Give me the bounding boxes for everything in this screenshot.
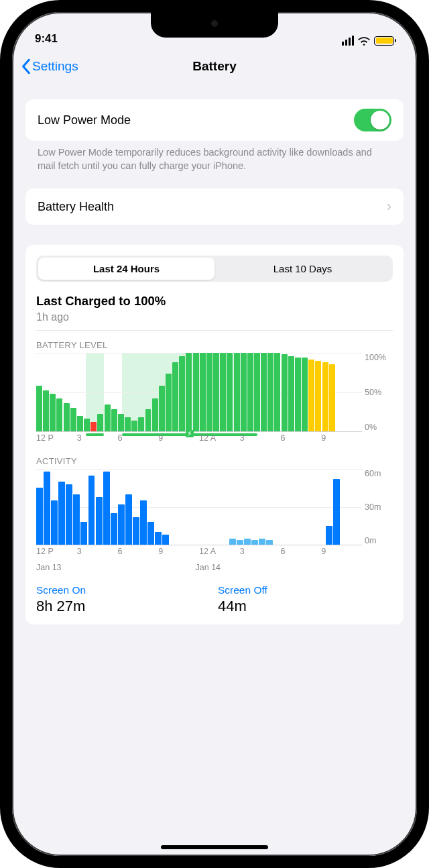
battery-bar xyxy=(131,421,137,431)
battery-health-row[interactable]: Battery Health › xyxy=(25,188,404,225)
y-tick: 100% xyxy=(365,353,386,362)
tab-last-10-days[interactable]: Last 10 Days xyxy=(214,258,391,280)
y-tick: 0m xyxy=(365,536,376,545)
battery-bar xyxy=(166,374,172,432)
time-range-segmented[interactable]: Last 24 Hours Last 10 Days xyxy=(36,256,393,282)
battery-bar xyxy=(97,414,103,431)
battery-bar xyxy=(56,398,62,431)
usage-card: Last 24 Hours Last 10 Days Last Charged … xyxy=(25,245,404,625)
battery-bar xyxy=(145,409,151,431)
battery-bar xyxy=(90,422,97,431)
activity-bar xyxy=(44,472,50,545)
low-power-mode-toggle[interactable] xyxy=(354,109,391,131)
screen-on-label: Screen On xyxy=(36,584,211,596)
battery-bar xyxy=(220,353,226,431)
x-axis: 12 P36912 A369 xyxy=(36,547,362,557)
activity-bar xyxy=(237,540,243,545)
activity-bar xyxy=(88,476,95,545)
activity-bar xyxy=(133,517,139,545)
low-power-mode-row[interactable]: Low Power Mode xyxy=(25,99,404,141)
y-tick: 50% xyxy=(365,388,381,397)
battery-bar xyxy=(206,353,212,431)
battery-bar xyxy=(70,408,76,431)
battery-bar xyxy=(288,356,294,431)
screen-off-value: 44m xyxy=(218,598,393,615)
battery-level-label: BATTERY LEVEL xyxy=(25,340,404,353)
battery-bar xyxy=(118,414,124,431)
activity-bar xyxy=(36,488,43,545)
last-charged-sub: 1h ago xyxy=(25,309,404,330)
battery-bar xyxy=(172,362,178,431)
battery-level-chart[interactable]: ⚡︎ 100% 50% 0% 12 P36912 A369 xyxy=(36,353,393,444)
activity-bar xyxy=(118,504,125,545)
device-notch xyxy=(151,12,278,38)
battery-bar xyxy=(200,353,206,431)
last-charged-title: Last Charged to 100% xyxy=(25,294,404,309)
battery-icon xyxy=(374,36,394,46)
y-tick: 60m xyxy=(365,469,381,478)
chevron-right-icon: › xyxy=(387,198,391,215)
battery-bar xyxy=(267,353,273,431)
y-tick: 30m xyxy=(365,502,381,512)
battery-bar xyxy=(111,409,117,431)
battery-bar xyxy=(43,390,49,431)
battery-health-label: Battery Health xyxy=(38,200,114,214)
activity-bar xyxy=(326,526,332,545)
battery-bar xyxy=(159,386,165,431)
activity-bar xyxy=(58,482,65,545)
page-title: Battery xyxy=(192,59,236,74)
home-indicator[interactable] xyxy=(161,845,268,849)
battery-bar xyxy=(193,353,199,431)
activity-label: ACTIVITY xyxy=(25,456,404,469)
screen-on-value: 8h 27m xyxy=(36,598,211,615)
battery-bar xyxy=(274,353,280,431)
battery-bar xyxy=(77,416,83,431)
battery-bar xyxy=(152,398,158,431)
battery-bar xyxy=(302,358,308,431)
tab-last-24-hours[interactable]: Last 24 Hours xyxy=(38,258,214,280)
activity-bar xyxy=(140,500,147,545)
low-power-mode-label: Low Power Mode xyxy=(38,113,131,127)
battery-bar xyxy=(282,354,288,431)
activity-bar xyxy=(266,540,273,545)
battery-bar xyxy=(234,353,240,431)
battery-bar xyxy=(179,356,185,431)
chevron-left-icon xyxy=(21,59,31,74)
low-power-mode-footer: Low Power Mode temporarily reduces backg… xyxy=(25,141,404,172)
activity-bar xyxy=(66,484,72,545)
battery-bar xyxy=(105,404,111,431)
x-axis: 12 P36912 A369 xyxy=(36,433,362,444)
battery-bar xyxy=(261,353,267,431)
screen-off-stat: Screen Off 44m xyxy=(218,584,393,615)
activity-bar xyxy=(73,494,80,545)
activity-bar xyxy=(259,539,265,545)
activity-chart[interactable]: 60m 30m 0m 12 P36912 A369 xyxy=(36,469,393,557)
back-button[interactable]: Settings xyxy=(21,59,78,74)
activity-bar xyxy=(103,472,110,545)
wifi-icon xyxy=(358,36,370,46)
battery-bar xyxy=(36,386,42,431)
activity-bar xyxy=(111,513,117,545)
battery-bar xyxy=(138,417,144,431)
status-time: 9:41 xyxy=(35,32,58,46)
activity-bar xyxy=(147,522,154,545)
battery-bar xyxy=(295,358,301,431)
activity-bar xyxy=(229,539,236,545)
battery-bar xyxy=(254,353,260,431)
battery-bar xyxy=(186,353,192,431)
battery-bar xyxy=(64,403,70,431)
activity-bar xyxy=(333,479,340,545)
activity-bar xyxy=(244,539,251,545)
activity-bar xyxy=(155,532,162,545)
battery-bar xyxy=(213,353,219,431)
activity-bar xyxy=(80,522,87,545)
battery-bar xyxy=(308,360,314,432)
screen-on-stat: Screen On 8h 27m xyxy=(36,584,211,615)
screen-off-label: Screen Off xyxy=(218,584,393,596)
activity-bar xyxy=(251,540,258,545)
cellular-icon xyxy=(342,36,355,46)
activity-bar xyxy=(51,500,58,545)
activity-bar xyxy=(162,535,169,545)
battery-bar xyxy=(241,353,247,431)
y-tick: 0% xyxy=(365,423,377,432)
